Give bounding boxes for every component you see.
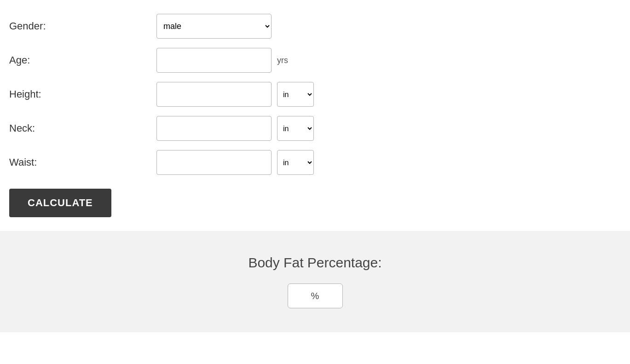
neck-input[interactable] xyxy=(156,116,272,141)
neck-row: Neck: in cm xyxy=(9,116,621,141)
height-unit-select[interactable]: in cm xyxy=(277,82,314,107)
waist-label: Waist: xyxy=(9,156,156,168)
waist-input[interactable] xyxy=(156,150,272,175)
gender-select[interactable]: male female xyxy=(156,14,272,39)
height-row: Height: in cm xyxy=(9,82,621,107)
height-label: Height: xyxy=(9,88,156,100)
neck-label: Neck: xyxy=(9,122,156,134)
height-input[interactable] xyxy=(156,82,272,107)
calculator-form: Gender: male female Age: yrs Height: in … xyxy=(0,0,630,231)
result-value-box: % xyxy=(288,283,343,308)
result-section: Body Fat Percentage: % xyxy=(0,231,630,332)
gender-row: Gender: male female xyxy=(9,14,621,39)
waist-unit-select[interactable]: in cm xyxy=(277,150,314,175)
age-row: Age: yrs xyxy=(9,48,621,73)
neck-unit-select[interactable]: in cm xyxy=(277,116,314,141)
height-input-wrapper xyxy=(156,82,272,107)
result-title: Body Fat Percentage: xyxy=(248,255,381,271)
gender-label: Gender: xyxy=(9,20,156,32)
age-label: Age: xyxy=(9,54,156,66)
result-value: % xyxy=(311,291,319,301)
calculate-button[interactable]: CALCULATE xyxy=(9,189,111,217)
age-input[interactable] xyxy=(156,48,272,73)
waist-row: Waist: in cm xyxy=(9,150,621,175)
age-unit-label: yrs xyxy=(277,56,288,65)
